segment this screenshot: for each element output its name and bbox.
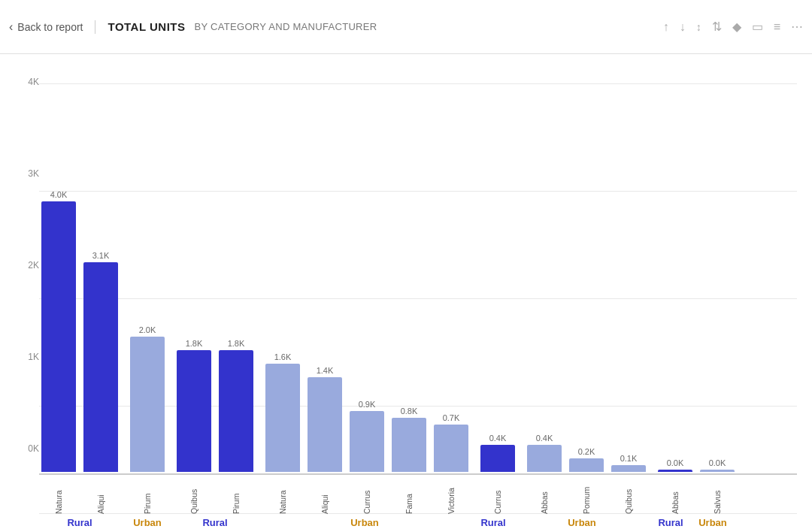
y-label-2k: 2K (28, 260, 39, 271)
category-label-urban-2: Urban (350, 517, 379, 528)
cat-spacer-1 (120, 515, 128, 529)
bar-victoria-urban2: 0.7K Victoria (432, 413, 471, 514)
bar-label-natura-urban2: Natura (278, 475, 287, 514)
group-rural-2: 1.8K Quibus 1.8K Pirum (174, 339, 256, 514)
bar-rect-aliqui-urban2 (308, 377, 342, 472)
back-label: Back to report (17, 21, 83, 33)
bar-value-victoria-urban2: 0.7K (443, 413, 460, 422)
category-rural-3: Rural (474, 515, 513, 529)
toolbar-icons: ↑ ↓ ↕ ⇅ ◆ ▭ ≡ ⋯ (663, 20, 803, 34)
bar-label-aliqui-rural1: Aliqui (96, 475, 105, 514)
y-label-4k: 4K (28, 77, 39, 87)
bar-label-salvus-urban4: Salvus (713, 475, 722, 514)
y-label-0k: 0K (28, 443, 39, 454)
cat-spacer-2 (167, 515, 174, 529)
bar-salvus-urban4: 0.0K Salvus (698, 458, 737, 514)
bar-label-abbas-urban3: Abbas (540, 475, 549, 514)
bar-label-quibus-rural2: Quibus (189, 475, 198, 514)
chart-title: TOTAL UNITS (108, 20, 185, 33)
bar-rect-quibus-urban3 (611, 465, 646, 472)
bar-label-pomum-urban3: Pomum (582, 475, 591, 514)
bar-rect-victoria-urban2 (434, 425, 468, 472)
star-icon[interactable]: ◆ (732, 20, 741, 34)
bar-rect-pirum-rural2 (219, 350, 253, 472)
category-label-rural-2: Rural (202, 517, 227, 528)
chart-subtitle: BY CATEGORY AND MANUFACTURER (194, 21, 377, 32)
category-label-urban-4: Urban (698, 517, 727, 528)
bar-rect-salvus-urban4 (700, 470, 735, 472)
group-rural-4: 0.0K Abbas (656, 458, 695, 514)
bar-value-natura-rural: 4.0K (50, 190, 68, 199)
menu-icon[interactable]: ≡ (774, 20, 780, 34)
category-rural-1: Rural (39, 515, 120, 529)
bar-label-natura-rural: Natura (54, 475, 63, 514)
cat-spacer-4 (466, 515, 474, 529)
bar-value-fama-urban2: 0.8K (401, 407, 418, 416)
bar-label-currus-rural3: Currus (493, 475, 502, 514)
bar-value-natura-urban2: 1.6K (274, 352, 292, 361)
bar-value-abbas-urban3: 0.4K (536, 434, 553, 443)
bar-label-abbas-rural4: Abbas (671, 475, 680, 514)
bar-aliqui-urban2: 1.4K Aliqui (305, 366, 344, 514)
category-rural-4: Rural (651, 515, 690, 529)
bar-currus-urban2: 0.9K Currus (347, 400, 386, 514)
bar-rect-currus-rural3 (480, 445, 515, 472)
group-urban-2: 1.6K Natura 1.4K Aliqui 0.9K Currus (263, 352, 471, 514)
category-urban-2: Urban (263, 515, 466, 529)
bar-value-quibus-urban3: 0.1K (620, 454, 638, 463)
bar-quibus-urban3: 0.1K Quibus (609, 454, 648, 514)
bar-rect-quibus-rural2 (177, 350, 211, 472)
chart-container: 4K 3K 2K 1K 0K 4.0K N (0, 54, 812, 529)
x-axis-line (39, 473, 797, 475)
bar-quibus-rural2: 1.8K Quibus (174, 339, 214, 514)
cat-spacer-5 (513, 515, 520, 529)
title-section: TOTAL UNITS BY CATEGORY AND MANUFACTURER (108, 20, 662, 33)
bar-rect-pomum-urban3 (569, 458, 604, 472)
bar-fama-urban2: 0.8K Fama (389, 407, 429, 514)
category-rural-2: Rural (174, 515, 256, 529)
group-urban-4: 0.0K Salvus (698, 458, 737, 514)
bar-value-pomum-urban3: 0.2K (578, 447, 595, 456)
group-urban-1: 2.0K Pirum (128, 325, 167, 514)
cat-spacer-6 (644, 515, 651, 529)
more-icon[interactable]: ⋯ (791, 20, 803, 34)
copy-icon[interactable]: ▭ (752, 20, 763, 34)
bar-rect-natura-urban2 (265, 364, 300, 472)
bar-abbas-rural4: 0.0K Abbas (656, 458, 695, 514)
bar-value-currus-rural3: 0.4K (489, 434, 507, 443)
bars-row: 4.0K Natura 3.1K Aliqui 2.0K (39, 77, 797, 514)
y-label-3k: 3K (28, 168, 39, 179)
bar-label-victoria-urban2: Victoria (447, 475, 456, 514)
sort-both-icon[interactable]: ↕ (696, 21, 701, 33)
bar-rect-abbas-rural4 (658, 470, 692, 472)
bar-aliqui-rural1: 3.1K Aliqui (81, 251, 120, 514)
bar-value-pirum-rural2: 1.8K (228, 339, 245, 348)
bar-value-salvus-urban4: 0.0K (709, 458, 726, 467)
bar-pomum-urban3: 0.2K Pomum (567, 447, 606, 514)
bar-label-aliqui-urban2: Aliqui (320, 475, 329, 514)
chart-main: 4.0K Natura 3.1K Aliqui 2.0K (39, 62, 797, 529)
category-urban-4: Urban (693, 515, 732, 529)
chevron-left-icon: ‹ (9, 20, 13, 34)
sort-desc-icon[interactable]: ↓ (680, 20, 686, 34)
bar-value-quibus-rural2: 1.8K (186, 339, 203, 348)
bar-pirum-urban1: 2.0K Pirum (128, 325, 167, 514)
bar-rect-currus-urban2 (350, 411, 384, 472)
category-label-urban-3: Urban (568, 517, 596, 528)
sort-asc-icon[interactable]: ↑ (663, 20, 669, 34)
category-label-rural-3: Rural (480, 517, 505, 528)
bar-label-currus-urban2: Currus (362, 475, 371, 514)
bar-value-currus-urban2: 0.9K (359, 400, 376, 409)
cat-spacer-3 (256, 515, 263, 529)
bar-rect-abbas-urban3 (527, 445, 562, 472)
bar-rect-aliqui-rural1 (83, 262, 118, 472)
category-labels-row: Rural Urban Rural Urban Rural (39, 514, 797, 529)
category-urban-1: Urban (128, 515, 167, 529)
y-axis: 4K 3K 2K 1K 0K (15, 62, 39, 529)
bar-value-aliqui-rural1: 3.1K (92, 251, 110, 260)
back-button[interactable]: ‹ Back to report (9, 20, 95, 34)
bar-rect-natura-rural (41, 201, 76, 472)
category-label-rural-4: Rural (658, 517, 683, 528)
bar-pirum-rural2: 1.8K Pirum (217, 339, 256, 514)
filter-icon[interactable]: ⇅ (712, 20, 722, 34)
